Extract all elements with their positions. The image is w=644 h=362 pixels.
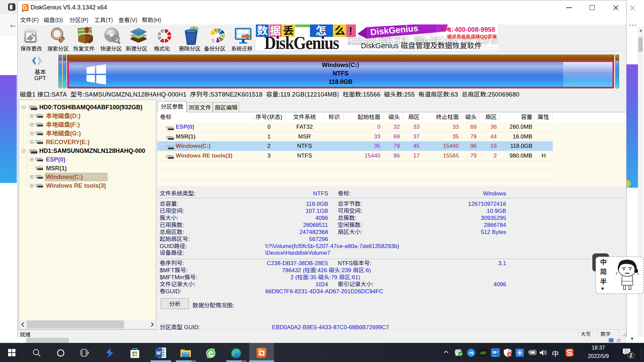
svg-text:79: 79: [393, 143, 400, 149]
svg-text:118.0GB: 118.0GB: [510, 143, 532, 149]
svg-text:!: !: [349, 25, 353, 37]
svg-text:44: 44: [490, 133, 497, 140]
svg-text:37: 37: [413, 133, 420, 140]
svg-text:36: 36: [490, 124, 497, 130]
svg-text:总字节数:: 总字节数:: [338, 201, 362, 207]
svg-text:2: 2: [267, 143, 270, 149]
svg-text:$MFTMirr簇号:: $MFTMirr簇号:: [160, 274, 197, 281]
svg-text:序号(状态): 序号(状态): [256, 114, 282, 120]
svg-text:400-008-9958: 400-008-9958: [454, 26, 495, 33]
svg-text:MSR: MSR: [298, 133, 311, 140]
svg-text:卷序列号:: 卷序列号:: [160, 260, 184, 266]
svg-text:属性: 属性: [538, 114, 549, 120]
svg-text:Windows RE tools(3): Windows RE tools(3): [176, 153, 232, 159]
svg-text:28068511: 28068511: [303, 222, 328, 228]
svg-text:文件记录大小:: 文件记录大小:: [160, 281, 196, 288]
svg-text:RECOVERY(E:): RECOVERY(E:): [46, 139, 90, 145]
svg-text:GUID路径:: GUID路径:: [160, 243, 187, 249]
svg-text:69: 69: [393, 133, 400, 140]
svg-text:1024: 1024: [315, 281, 328, 288]
svg-text:终止柱面: 终止柱面: [436, 114, 459, 120]
svg-text:32: 32: [393, 124, 400, 130]
svg-text:30935295: 30935295: [481, 215, 506, 221]
svg-text:ESP(0): ESP(0): [46, 156, 65, 163]
svg-text:15440: 15440: [365, 153, 380, 159]
svg-text:NTFS: NTFS: [297, 153, 312, 159]
svg-text:17: 17: [413, 153, 420, 159]
svg-text:69: 69: [470, 124, 477, 130]
svg-text:DiskGenius: DiskGenius: [264, 33, 339, 51]
svg-text:磁头: 磁头: [465, 114, 477, 120]
svg-text:0: 0: [267, 124, 270, 130]
svg-text:标识: 标识: [328, 114, 340, 120]
svg-text:33: 33: [452, 124, 459, 130]
svg-text:35: 35: [374, 143, 380, 149]
svg-text:总容量:: 总容量:: [160, 201, 178, 207]
svg-text:786432 (柱面:426 磁头:239 扇区:6): 786432 (柱面:426 磁头:239 扇区:6): [282, 267, 371, 274]
svg-text:EBD0A0A2-B9E5-4433-87C0-68B6B7: EBD0A0A2-B9E5-4433-87C0-68B6B72699C7: [272, 324, 389, 329]
svg-text:10.9GB: 10.9GB: [487, 208, 506, 214]
svg-text:$MFT簇号:: $MFT簇号:: [160, 267, 187, 274]
svg-text:0: 0: [377, 124, 380, 130]
svg-text:扇区: 扇区: [485, 114, 497, 120]
svg-text:可用空间:: 可用空间:: [338, 208, 362, 214]
svg-text:总簇数:: 总簇数:: [338, 215, 357, 221]
svg-text:扇区: 扇区: [408, 114, 420, 120]
svg-text:45: 45: [413, 143, 420, 149]
svg-text:66D9C7F6-8231-4D34-AD67-201D26: 66D9C7F6-8231-4D34-AD67-201D26DC94FC: [265, 288, 383, 295]
svg-text:总扇区数:: 总扇区数:: [160, 229, 184, 235]
svg-text:126710972416: 126710972416: [468, 201, 506, 207]
svg-text:Windows: Windows: [483, 190, 506, 197]
svg-text:索引记录大小:: 索引记录大小:: [338, 281, 374, 288]
svg-text:\\?\Volume{fcf0fc5b-5207-47ce-: \\?\Volume{fcf0fc5b-5207-47ce-a60a-7da61…: [265, 243, 399, 249]
svg-text:分区类型 GUID:: 分区类型 GUID:: [160, 324, 200, 329]
svg-text:79: 79: [470, 133, 477, 140]
svg-text:567296: 567296: [309, 236, 328, 242]
svg-text:空闲簇数:: 空闲簇数:: [338, 222, 362, 228]
svg-text:\Device\HarddiskVolume7: \Device\HarddiskVolume7: [265, 250, 330, 256]
svg-text:设备路径:: 设备路径:: [160, 250, 184, 256]
svg-text:簇大小:: 簇大小:: [160, 215, 178, 221]
svg-text:HD0:TOSHIBAMQ04ABF100(932GB): HD0:TOSHIBAMQ04ABF100(932GB): [39, 104, 143, 111]
svg-text:NTFS版本号:: NTFS版本号:: [338, 260, 371, 266]
svg-text:本地磁盘(D:): 本地磁盘(D:): [46, 113, 80, 119]
svg-text:260.0MB: 260.0MB: [509, 124, 532, 130]
svg-text:33: 33: [413, 124, 420, 130]
svg-text:ESP(0): ESP(0): [176, 124, 194, 130]
svg-text:4096: 4096: [493, 281, 506, 288]
svg-text:H: H: [542, 153, 546, 159]
svg-text:Windows RE tools(3): Windows RE tools(3): [46, 182, 106, 189]
svg-text:文件系统类型:: 文件系统类型:: [160, 190, 196, 197]
svg-text:中: 中: [600, 258, 607, 266]
svg-text:2 (柱面:35 磁头:79 扇区:61): 2 (柱面:35 磁头:79 扇区:61): [290, 274, 360, 281]
svg-text:NTFS: NTFS: [297, 143, 312, 149]
svg-text:16.0MB: 16.0MB: [513, 133, 532, 140]
svg-text:卷标:: 卷标:: [338, 190, 351, 197]
svg-text:4096: 4096: [315, 215, 328, 221]
svg-text:79: 79: [470, 153, 477, 159]
svg-text:118.0GB: 118.0GB: [306, 201, 328, 207]
svg-text:简: 简: [600, 268, 607, 276]
svg-text:本地磁盘(F:): 本地磁盘(F:): [46, 121, 80, 128]
svg-text:本地磁盘(G:): 本地磁盘(G:): [46, 130, 81, 137]
svg-text:磁头: 磁头: [388, 114, 400, 120]
svg-text:15440: 15440: [443, 143, 459, 149]
svg-text:MSR(1): MSR(1): [176, 133, 196, 140]
svg-text:已用簇数:: 已用簇数:: [160, 222, 184, 228]
svg-text:卷GUID:: 卷GUID:: [160, 288, 181, 295]
svg-text:intel: intel: [493, 354, 496, 356]
svg-text:16: 16: [490, 143, 497, 149]
svg-text:3: 3: [267, 153, 270, 159]
svg-text:247482368: 247482368: [300, 229, 328, 235]
svg-text:35: 35: [452, 133, 459, 140]
svg-text:2: 2: [630, 353, 633, 358]
svg-text:HD1:SAMSUNGMZNLN128HAHQ-000: HD1:SAMSUNGMZNLN128HAHQ-000: [39, 147, 145, 154]
svg-text:半: 半: [600, 278, 607, 285]
svg-text:MSR(1): MSR(1): [46, 165, 67, 172]
svg-text:扇区大小:: 扇区大小:: [338, 229, 362, 235]
svg-text:文件系统: 文件系统: [293, 114, 316, 120]
svg-text:15565: 15565: [443, 153, 459, 159]
svg-text:容量: 容量: [521, 114, 532, 120]
svg-text:卷标: 卷标: [160, 114, 171, 120]
svg-text:已用空间:: 已用空间:: [160, 208, 184, 214]
